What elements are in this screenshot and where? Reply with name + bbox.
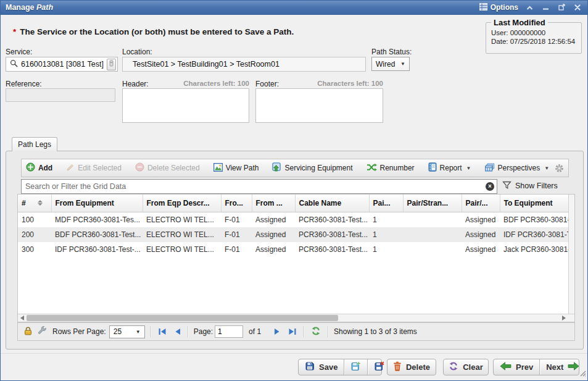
required-asterisk: * <box>13 27 16 36</box>
grid-header-row: # From Equipment From Eqp Descr... Fro..… <box>18 195 569 212</box>
add-icon <box>26 162 35 174</box>
save-button[interactable]: Save <box>299 359 344 375</box>
collapse-button[interactable] <box>524 3 534 12</box>
chevron-down-icon: ▼ <box>400 61 405 67</box>
close-button[interactable] <box>573 3 582 12</box>
vertical-scrollbar[interactable] <box>568 195 574 314</box>
funnel-icon <box>502 180 511 191</box>
refresh-button[interactable] <box>310 327 322 337</box>
renumber-shuffle-icon <box>366 163 377 174</box>
clear-search-icon[interactable]: × <box>486 182 494 191</box>
scrollbar-thumb[interactable] <box>27 315 338 321</box>
manage-path-window: Manage Path Options *The Service or the … <box>0 0 588 381</box>
reference-input[interactable] <box>6 88 115 102</box>
path-legs-panel: Add Edit Selected Delete Selected View P… <box>6 151 584 350</box>
minus-icon <box>542 2 549 13</box>
prev-next-group: Prev Next <box>493 359 579 375</box>
prev-button[interactable]: Prev <box>494 359 539 375</box>
wrench-icon[interactable] <box>38 326 47 337</box>
edit-selected-button[interactable]: Edit Selected <box>64 162 124 175</box>
footer-textarea[interactable] <box>255 88 383 123</box>
pager-status: Showing 1 to 3 of 3 items <box>334 327 417 336</box>
options-button[interactable]: Options <box>479 3 518 12</box>
report-button[interactable]: Report ▼ <box>426 161 474 175</box>
last-modified-legend: Last Modified <box>491 18 548 27</box>
column-header-pair[interactable]: Pair/... <box>462 195 500 212</box>
search-input[interactable] <box>21 179 497 194</box>
grid-search: × <box>21 179 497 194</box>
view-path-icon <box>213 163 223 174</box>
minimize-button[interactable] <box>540 3 550 12</box>
column-header-from-equipment[interactable]: From Equipment <box>51 195 143 212</box>
service-value: 6160013081 [3081 Test] <box>21 60 104 69</box>
save-new-icon <box>350 361 361 373</box>
popout-button[interactable] <box>557 3 566 12</box>
pager-separator <box>151 326 151 337</box>
save-button-group: Save <box>298 359 382 375</box>
first-page-button[interactable] <box>157 328 168 335</box>
rows-per-page-select[interactable]: 25 ▼ <box>109 325 145 338</box>
lock-icon[interactable] <box>24 327 32 337</box>
horizontal-scrollbar[interactable] <box>18 314 574 322</box>
path-status-label: Path Status: <box>371 48 412 56</box>
view-path-button[interactable]: View Path <box>211 162 262 175</box>
footer-label: Footer: <box>255 80 279 88</box>
service-label: Service: <box>6 48 32 56</box>
last-modified-user: User: 000000000 <box>491 29 576 36</box>
column-header-from-eqp-descr[interactable]: From Eqp Descr... <box>143 195 221 212</box>
grid-pager: Rows Per Page: 25 ▼ Page: of 1 Showing 1… <box>17 322 575 341</box>
delete-button[interactable]: Delete <box>387 359 436 375</box>
clear-button[interactable]: Clear <box>443 359 489 375</box>
delete-selected-button[interactable]: Delete Selected <box>133 161 202 175</box>
header-chars-left: Characters left: 100 <box>183 80 249 87</box>
footer-toolbar: Save Delete Clear Prev Next <box>1 353 587 380</box>
clear-refresh-icon <box>449 362 458 372</box>
servicing-equipment-button[interactable]: Servicing Equipment <box>270 161 355 175</box>
header-textarea[interactable] <box>122 88 249 123</box>
close-icon <box>574 2 581 13</box>
column-header-to-equipment[interactable]: To Equipment <box>500 195 569 212</box>
location-value: TestSite01 > TestBuilding01 > TestRoom01 <box>133 60 280 69</box>
scroll-right-arrow[interactable] <box>562 316 566 320</box>
window-resize-handle[interactable] <box>579 368 586 379</box>
service-field[interactable]: 6160013081 [3081 Test] <box>6 57 118 72</box>
grid-row-200[interactable]: 200BDF PCR360-3081-Test... ELECTRO WI TE… <box>18 227 569 242</box>
column-header-number[interactable]: # <box>18 195 51 212</box>
column-header-cable-name[interactable]: Cable Name <box>295 195 369 212</box>
show-filters-button[interactable]: Show Filters <box>502 180 558 191</box>
pager-separator <box>188 326 188 337</box>
grid-toolbar: Add Edit Selected Delete Selected View P… <box>21 159 569 177</box>
location-label: Location: <box>122 48 152 56</box>
next-page-button[interactable] <box>273 328 281 335</box>
page-number-input[interactable] <box>215 325 243 338</box>
grid-row-300[interactable]: 300IDF PCR360-3081-Test-... ELECTRO WI T… <box>18 242 569 257</box>
scroll-left-arrow[interactable] <box>20 316 24 320</box>
grid-settings-button[interactable] <box>555 164 564 175</box>
renumber-button[interactable]: Renumber <box>364 162 417 175</box>
last-page-button[interactable] <box>287 328 298 335</box>
header-label: Header: <box>122 80 149 88</box>
save-close-icon <box>374 361 384 373</box>
last-modified-date: Date: 07/25/2018 12:56:54 <box>491 38 576 45</box>
column-header-from[interactable]: From ... <box>252 195 295 212</box>
grid-row-100[interactable]: 100MDF PCR360-3081-Tes... ELECTRO WI TEL… <box>18 212 569 227</box>
column-header-fro[interactable]: Fro... <box>221 195 252 212</box>
footer-chars-left: Characters left: 100 <box>317 80 383 87</box>
window-title: Manage Path <box>6 3 53 12</box>
path-status-select[interactable]: Wired ▼ <box>371 57 410 71</box>
last-modified-panel: Last Modified User: 000000000 Date: 07/2… <box>486 18 582 54</box>
prev-page-button[interactable] <box>173 328 182 335</box>
column-header-pai[interactable]: Pai... <box>369 195 403 212</box>
eraser-icon <box>109 60 114 69</box>
save-icon <box>305 361 315 373</box>
titlebar[interactable]: Manage Path Options <box>1 1 587 15</box>
tab-path-legs[interactable]: Path Legs <box>12 137 57 151</box>
column-header-pair-stran[interactable]: Pair/Stran... <box>403 195 462 212</box>
perspectives-button[interactable]: Perspectives ▼ <box>482 162 552 175</box>
save-and-new-button[interactable] <box>344 359 367 375</box>
add-button[interactable]: Add <box>23 161 55 175</box>
location-field[interactable]: TestSite01 > TestBuilding01 > TestRoom01 <box>122 57 366 72</box>
service-clear-button[interactable] <box>107 59 116 70</box>
page-label: Page: <box>194 327 213 336</box>
page-of-label: of 1 <box>249 327 261 336</box>
